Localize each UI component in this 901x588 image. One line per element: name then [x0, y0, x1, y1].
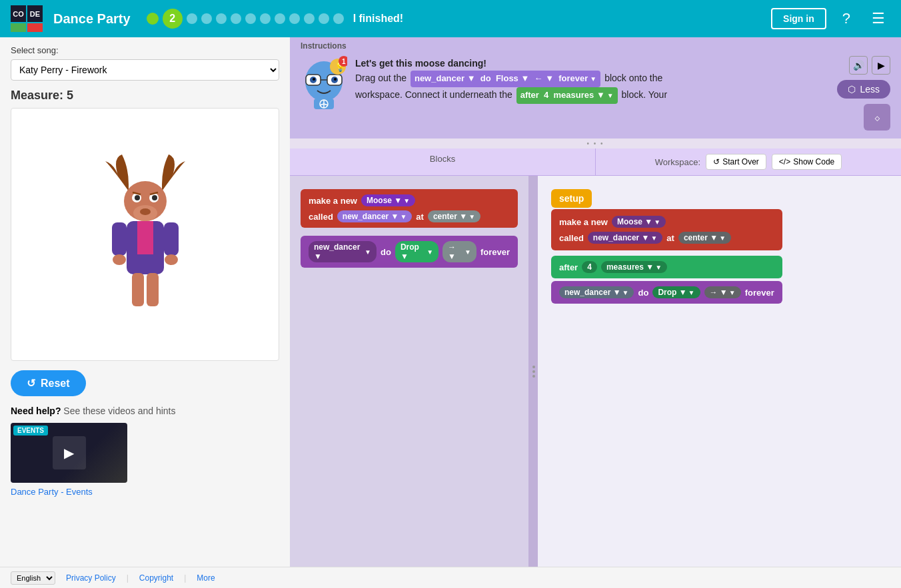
ws-action-do-text: do	[638, 288, 648, 298]
mascot: 💡 1	[301, 56, 347, 109]
block-after-measures[interactable]: after 4 measures ▼	[516, 87, 618, 104]
video-thumbnail[interactable]: ▶ EVENTS	[11, 423, 127, 483]
dancer-action-block[interactable]: new_dancer ▼ do Drop ▼ → ▼ forever	[301, 236, 518, 268]
instructions-text: Let's get this moose dancing! Drag out t…	[355, 56, 829, 104]
svg-rect-12	[164, 222, 179, 256]
logo-bl1	[11, 23, 26, 32]
new-dancer-pill[interactable]: new_dancer ▼	[337, 210, 412, 222]
progress-dot-5	[216, 13, 227, 24]
audio-controls: 🔊 ▶	[849, 56, 890, 75]
logo-co: CO	[11, 5, 26, 22]
progress-dot-4	[201, 13, 212, 24]
svg-point-4	[135, 195, 140, 200]
ws-action-dancer-pill[interactable]: new_dancer ▼	[559, 286, 634, 298]
left-panel: Select song: Katy Perry - Firework Measu…	[0, 37, 290, 567]
blocks-panel: make a new Moose ▼ called new_dancer ▼ a…	[290, 176, 530, 567]
svg-rect-11	[112, 222, 127, 256]
finished-button[interactable]: I finished!	[353, 13, 404, 25]
dancer-name-pill[interactable]: new_dancer ▼	[309, 241, 377, 262]
progress-dot-6	[231, 13, 241, 24]
drop-pill[interactable]: Drop ▼	[395, 241, 439, 262]
video-events-label: EVENTS	[13, 426, 48, 436]
blocks-tab[interactable]: Blocks	[290, 148, 596, 175]
audio-speaker-button[interactable]: 🔊	[849, 56, 868, 75]
center-pill[interactable]: center ▼	[428, 210, 480, 222]
ws-action-drop-pill[interactable]: Drop ▼	[652, 286, 700, 298]
ws-center-pill[interactable]: center ▼	[678, 232, 731, 244]
arrow-pill[interactable]: → ▼	[443, 241, 476, 262]
ws-dancer-pill[interactable]: new_dancer ▼	[588, 232, 662, 244]
make-new-block[interactable]: make a new Moose ▼ called new_dancer ▼ a…	[301, 189, 518, 228]
menu-button[interactable]: ☰	[866, 7, 890, 30]
ws-action-arrow-pill[interactable]: → ▼	[704, 286, 741, 298]
progress-area: 2 I finished!	[147, 9, 760, 29]
instructions-label: Instructions	[301, 41, 347, 51]
progress-dot-10	[289, 13, 300, 24]
need-help-sub: See these videos and hints	[63, 406, 175, 416]
ws-action-forever-text: forever	[745, 288, 774, 298]
workspace-setup-group: setup make a new Moose ▼ called new_danc…	[551, 189, 782, 304]
start-over-button[interactable]: ↺ Start Over	[706, 154, 766, 170]
copyright-link[interactable]: Copyright	[139, 573, 173, 583]
forever-text: forever	[480, 247, 510, 257]
video-link[interactable]: Dance Party - Events	[11, 487, 279, 497]
reset-button[interactable]: ↺ Reset	[11, 370, 86, 396]
start-over-icon: ↺	[713, 157, 720, 166]
block-new-dancer-do-floss[interactable]: new_dancer ▼ do Floss ▼ ← ▼ forever	[411, 71, 600, 87]
svg-point-5	[152, 195, 157, 200]
progress-dot-9	[275, 13, 285, 24]
svg-point-24	[334, 78, 337, 81]
svg-rect-10	[137, 221, 153, 254]
workspace-toolbar: Blocks Workspace: ↺ Start Over </> Show …	[290, 148, 901, 176]
app-title: Dance Party	[53, 11, 131, 27]
instructions-controls: 🔊 ▶ ⬡ Less ⬦	[837, 56, 890, 131]
ws-make-text: make a new	[559, 217, 608, 227]
blocks-workspace-area: make a new Moose ▼ called new_dancer ▼ a…	[290, 176, 901, 567]
workspace-label: Workspace:	[655, 157, 700, 167]
ws-action-block[interactable]: new_dancer ▼ do Drop ▼ → ▼ forever	[551, 281, 782, 304]
ws-make-new-block[interactable]: make a new Moose ▼ called new_dancer ▼ a…	[551, 209, 782, 250]
song-select[interactable]: Katy Perry - Firework	[11, 59, 279, 81]
footer: English Privacy Policy | Copyright | Mor…	[0, 567, 901, 588]
moose-pill[interactable]: Moose ▼	[361, 194, 415, 206]
progress-dot-3	[187, 13, 197, 24]
show-code-button[interactable]: </> Show Code	[772, 154, 842, 170]
logo[interactable]: CO DE	[11, 5, 43, 32]
sign-in-button[interactable]: Sign in	[771, 8, 826, 29]
instructions-panel: Instructions	[290, 37, 901, 139]
need-help-section: Need help? See these videos and hints	[11, 406, 279, 416]
svg-point-8	[140, 208, 151, 215]
instructions-intro: Let's get this moose dancing!	[355, 58, 486, 69]
right-panel: Instructions	[290, 37, 901, 567]
panel-resize-handle[interactable]	[530, 176, 538, 567]
audio-play-button[interactable]: ▶	[872, 56, 890, 75]
more-link[interactable]: More	[197, 573, 215, 583]
instructions-drag: Drag out the	[355, 73, 409, 83]
ws-measures-pill[interactable]: measures ▼	[601, 261, 667, 273]
help-button[interactable]: ?	[837, 7, 856, 30]
progress-dot-complete	[147, 13, 159, 25]
less-button[interactable]: ⬡ Less	[837, 80, 890, 99]
svg-rect-16	[147, 273, 159, 306]
expand-button[interactable]: ⬦	[864, 104, 890, 131]
ws-after-block[interactable]: after 4 measures ▼	[551, 256, 782, 278]
svg-point-14	[165, 254, 178, 265]
progress-dot-current: 2	[163, 9, 183, 29]
less-icon: ⬡	[848, 84, 856, 95]
ws-moose-pill[interactable]: Moose ▼	[612, 216, 666, 228]
workspace-panel: setup make a new Moose ▼ called new_danc…	[538, 176, 901, 567]
svg-point-23	[313, 78, 315, 81]
progress-dot-8	[260, 13, 271, 24]
ws-at-text: at	[666, 233, 674, 243]
language-select[interactable]: English	[11, 571, 55, 585]
expand-icon: ⬦	[874, 111, 881, 125]
make-a-new-text: make a new	[309, 196, 357, 206]
privacy-policy-link[interactable]: Privacy Policy	[66, 573, 116, 583]
logo-de: DE	[27, 5, 43, 22]
drag-handle[interactable]: • • •	[290, 139, 901, 148]
header: CO DE Dance Party 2 I finished! Sign in …	[0, 0, 901, 37]
dance-stage	[11, 108, 279, 361]
progress-dot-7	[245, 13, 256, 24]
select-song-label: Select song:	[11, 45, 279, 55]
progress-dot-12	[319, 13, 329, 24]
